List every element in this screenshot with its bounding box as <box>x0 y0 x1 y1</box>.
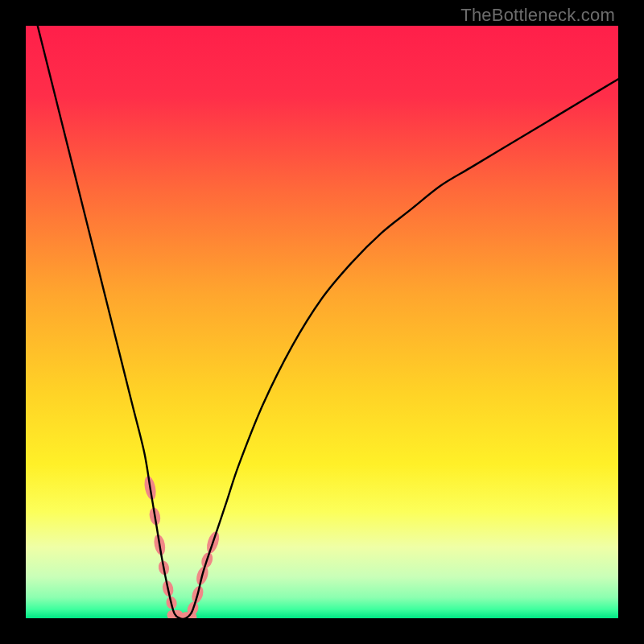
plot-area <box>26 26 618 618</box>
watermark-text: TheBottleneck.com <box>460 5 615 26</box>
outer-frame: TheBottleneck.com <box>0 0 644 644</box>
marker-dots <box>142 475 221 618</box>
chart-curves <box>26 26 618 618</box>
bottleneck-curve <box>38 26 618 618</box>
